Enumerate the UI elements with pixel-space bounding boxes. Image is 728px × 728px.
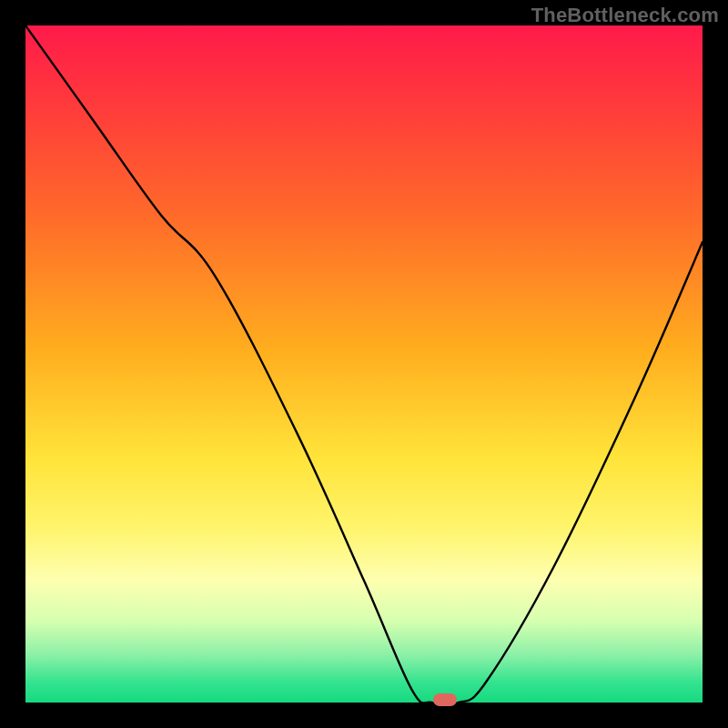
chart-frame: TheBottleneck.com [0, 0, 728, 728]
plot-area [25, 25, 703, 703]
optimal-point-indicator [433, 693, 457, 706]
bottleneck-curve [25, 25, 703, 703]
attribution-text: TheBottleneck.com [531, 4, 719, 27]
